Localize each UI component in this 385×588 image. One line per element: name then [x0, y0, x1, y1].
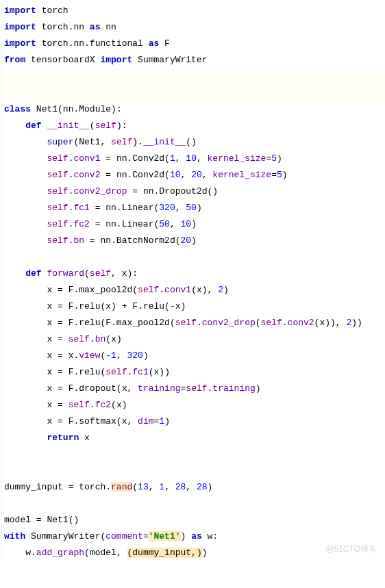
code-line: import torch.nn.functional as F — [4, 36, 385, 52]
code-line: x = self.bn(x) — [4, 331, 385, 348]
code-line: self.conv1 = nn.Conv2d(1, 10, kernel_siz… — [4, 151, 385, 167]
code-line: self.fc1 = nn.Linear(320, 50) — [4, 200, 385, 216]
code-line: self.conv2 = nn.Conv2d(10, 20, kernel_si… — [4, 167, 385, 183]
highlight-dummy-input-tuple: (dummy_input,) — [127, 548, 202, 558]
code-line: from tensorboardX import SummaryWriter — [4, 52, 385, 68]
code-line: x = F.softmax(x, dim=1) — [4, 413, 385, 430]
highlight-rand: rand — [111, 482, 132, 492]
code-line: def forward(self, x): — [4, 266, 385, 282]
code-line: x = F.dropout(x, training=self.training) — [4, 381, 385, 397]
code-line: super(Net1, self).__init__() — [4, 134, 385, 151]
code-line: def __init__(self): — [4, 118, 385, 134]
code-line: x = F.max_pool2d(self.conv1(x), 2) — [4, 282, 385, 298]
code-line: w.add_graph(model, (dummy_input,)) — [4, 545, 385, 561]
code-line: with SummaryWriter(comment='Net1') as w: — [4, 528, 385, 545]
blank-line — [4, 463, 385, 479]
blank-line — [0, 85, 385, 101]
code-line: return x — [4, 430, 385, 446]
code-line: import torch — [4, 3, 385, 19]
code-line: x = self.fc2(x) — [4, 397, 385, 413]
code-line: self.conv2_drop = nn.Dropout2d() — [4, 183, 385, 200]
code-line: dummy_input = torch.rand(13, 1, 28, 28) — [4, 479, 385, 496]
code-line: x = x.view(-1, 320) — [4, 348, 385, 364]
code-line: import torch.nn as nn — [4, 19, 385, 36]
code-line: x = F.relu(self.fc1(x)) — [4, 364, 385, 381]
gutter — [0, 0, 2, 561]
code-line: model = Net1() — [4, 512, 385, 528]
code-line: x = F.relu(F.max_pool2d(self.conv2_drop(… — [4, 315, 385, 331]
blank-line — [4, 446, 385, 463]
highlight-net1-string: 'Net1' — [149, 531, 181, 541]
blank-line — [0, 68, 385, 85]
blank-line — [4, 249, 385, 266]
code-line: class Net1(nn.Module): — [4, 101, 385, 118]
code-line: self.fc2 = nn.Linear(50, 10) — [4, 216, 385, 233]
code-line: x = F.relu(x) + F.relu(-x) — [4, 298, 385, 315]
code-line: self.bn = nn.BatchNorm2d(20) — [4, 233, 385, 249]
blank-line — [4, 496, 385, 512]
